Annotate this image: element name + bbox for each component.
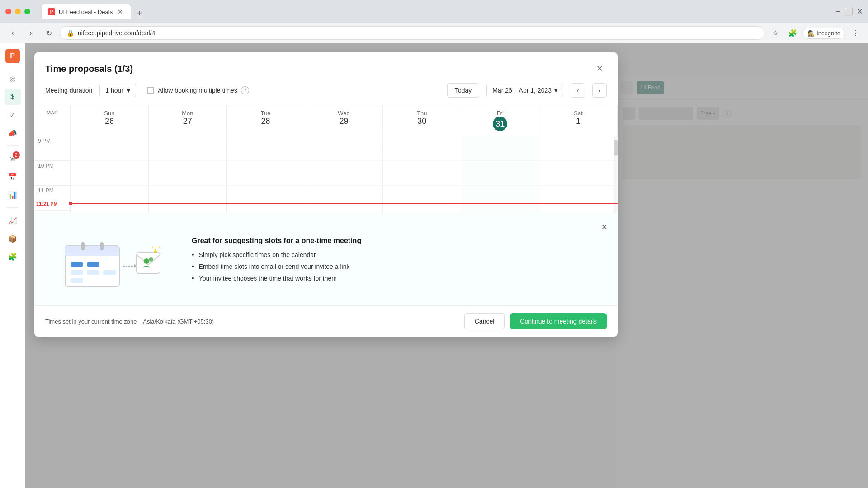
more-btn[interactable]: ⋮: [848, 26, 863, 40]
minimize-btn[interactable]: −: [835, 7, 840, 16]
current-time-line: [71, 203, 618, 204]
svg-point-13: [144, 258, 149, 264]
date-range-select[interactable]: Mar 26 – Apr 1, 2023 ▾: [486, 84, 563, 97]
duration-label: Meeting duration: [45, 87, 92, 94]
new-tab-btn[interactable]: +: [133, 7, 146, 19]
mail-badge: 2: [13, 151, 20, 159]
next-week-btn[interactable]: ›: [592, 83, 607, 98]
day-columns[interactable]: [71, 136, 618, 213]
sidebar-item-deals[interactable]: $: [5, 89, 21, 105]
svg-line-17: [159, 247, 160, 248]
prev-week-btn[interactable]: ‹: [571, 83, 585, 98]
time-slot-10pm: 10 PM: [34, 161, 70, 186]
svg-rect-8: [87, 270, 99, 275]
info-text: Great for suggesting slots for a one-tim…: [192, 237, 361, 282]
window-close-btn[interactable]: ✕: [857, 7, 863, 16]
scrollbar-track[interactable]: [614, 136, 618, 213]
svg-rect-9: [103, 270, 116, 275]
sidebar-item-products[interactable]: 📦: [5, 230, 21, 247]
svg-rect-5: [71, 262, 83, 267]
url-text: uifeed.pipedrive.com/deal/4: [78, 29, 155, 37]
calendar-toolbar: Meeting duration 1 hour ▾ Allow booking …: [34, 76, 618, 105]
day-col-thu[interactable]: [383, 136, 461, 213]
browser-chrome: P UI Feed deal - Deals ✕ + − ⬜ ✕ ‹ › ↻ 🔒…: [0, 0, 868, 43]
products-icon: 📦: [8, 235, 17, 243]
footer-actions: Cancel Continue to meeting details: [464, 313, 607, 329]
day-col-fri[interactable]: [461, 136, 539, 213]
maximize-btn[interactable]: ⬜: [844, 7, 853, 16]
browser-actions: ☆ 🧩 🕵️ Incognito ⋮: [768, 26, 863, 40]
forward-btn[interactable]: ›: [24, 26, 38, 40]
sidebar-item-reports[interactable]: 📊: [5, 187, 21, 203]
sidebar-item-calendar[interactable]: 📅: [5, 169, 21, 185]
current-time-label: 11:21 PM: [34, 201, 58, 206]
info-bullets: • Simply pick specific times on the cale…: [192, 251, 361, 282]
allow-booking-checkbox[interactable]: [147, 87, 154, 94]
day-col-wed[interactable]: [305, 136, 383, 213]
browser-toolbar: ‹ › ↻ 🔒 uifeed.pipedrive.com/deal/4 ☆ 🧩 …: [0, 23, 868, 43]
svg-rect-10: [71, 278, 83, 283]
calendar-grid: MAR Sun 26 Mon 27 Tue 28: [34, 105, 618, 213]
date-range-text: Mar 26 – Apr 1, 2023: [492, 87, 552, 94]
day-col-tue[interactable]: [227, 136, 305, 213]
modal-title: Time proposals (1/3): [45, 64, 133, 74]
info-heading: Great for suggesting slots for a one-tim…: [192, 237, 361, 245]
info-close-btn[interactable]: ✕: [598, 221, 610, 233]
app-logo[interactable]: P: [5, 49, 20, 63]
modal-header: Time proposals (1/3) ✕: [34, 52, 618, 76]
reload-btn[interactable]: ↻: [42, 26, 56, 40]
browser-titlebar: P UI Feed deal - Deals ✕ + − ⬜ ✕: [0, 0, 868, 23]
today-btn[interactable]: Today: [447, 83, 479, 98]
time-slot-11pm: 11 PM: [34, 186, 70, 211]
bookmark-btn[interactable]: ☆: [768, 26, 783, 40]
help-icon[interactable]: ?: [241, 86, 249, 94]
back-btn[interactable]: ‹: [5, 26, 20, 40]
incognito-icon: 🕵️: [807, 30, 815, 37]
time-slot-9pm: 9 PM: [34, 136, 70, 161]
svg-line-18: [152, 247, 153, 248]
sidebar-item-mail[interactable]: ✉ 2: [5, 150, 21, 167]
sidebar-item-insights[interactable]: 📈: [5, 212, 21, 229]
tab-bar: P UI Feed deal - Deals ✕ +: [38, 4, 149, 19]
day-col-mon[interactable]: [149, 136, 227, 213]
calendar-header: MAR Sun 26 Mon 27 Tue 28: [34, 105, 618, 136]
sidebar-item-integrations[interactable]: 🧩: [5, 249, 21, 265]
extension-btn[interactable]: 🧩: [785, 26, 800, 40]
deals-icon: $: [10, 93, 14, 101]
sidebar-item-campaigns[interactable]: 📣: [5, 125, 21, 141]
active-tab[interactable]: P UI Feed deal - Deals ✕: [41, 4, 131, 19]
cal-day-tue28: Tue 28: [227, 105, 305, 136]
sidebar-item-tasks[interactable]: ✓: [5, 107, 21, 123]
tab-close-btn[interactable]: ✕: [116, 8, 124, 16]
duration-select[interactable]: 1 hour ▾: [99, 84, 136, 97]
sidebar-item-activities[interactable]: ◎: [5, 70, 21, 87]
svg-point-14: [149, 257, 153, 262]
cal-day-mon27: Mon 27: [149, 105, 227, 136]
date-range-chevron-icon: ▾: [554, 87, 557, 94]
continue-btn[interactable]: Continue to meeting details: [510, 313, 607, 329]
allow-booking-label[interactable]: Allow booking multiple times: [158, 87, 237, 94]
campaigns-icon: 📣: [8, 129, 17, 137]
reports-icon: 📊: [8, 191, 17, 199]
cal-day-thu30: Thu 30: [383, 105, 461, 136]
scrollbar-thumb[interactable]: [614, 140, 618, 156]
info-panel: ✕: [34, 213, 618, 305]
incognito-label: Incognito: [816, 30, 840, 37]
incognito-badge: 🕵️ Incognito: [802, 28, 845, 39]
duration-value: 1 hour: [105, 87, 123, 94]
svg-rect-4: [100, 242, 104, 250]
main-content: Label – Address – UI Feed Free ▾: [25, 43, 868, 488]
info-bullet-2: • Embed time slots into email or send yo…: [192, 263, 361, 270]
modal-close-btn[interactable]: ✕: [592, 61, 607, 76]
address-bar[interactable]: 🔒 uifeed.pipedrive.com/deal/4: [60, 26, 764, 40]
sidebar-divider: [6, 145, 19, 146]
ssl-lock-icon: 🔒: [66, 29, 74, 37]
current-time-dot: [69, 202, 72, 205]
app-layout: P ◎ $ ✓ 📣 ✉ 2 📅 📊 📈 📦: [0, 43, 868, 488]
day-col-sat[interactable]: [539, 136, 618, 213]
cal-day-fri31: Fri 31: [461, 105, 539, 136]
logo-text: P: [10, 52, 15, 60]
cancel-btn[interactable]: Cancel: [464, 313, 505, 329]
calendar-body: 9 PM 10 PM 11 PM: [34, 136, 618, 213]
day-col-sun[interactable]: [71, 136, 149, 213]
